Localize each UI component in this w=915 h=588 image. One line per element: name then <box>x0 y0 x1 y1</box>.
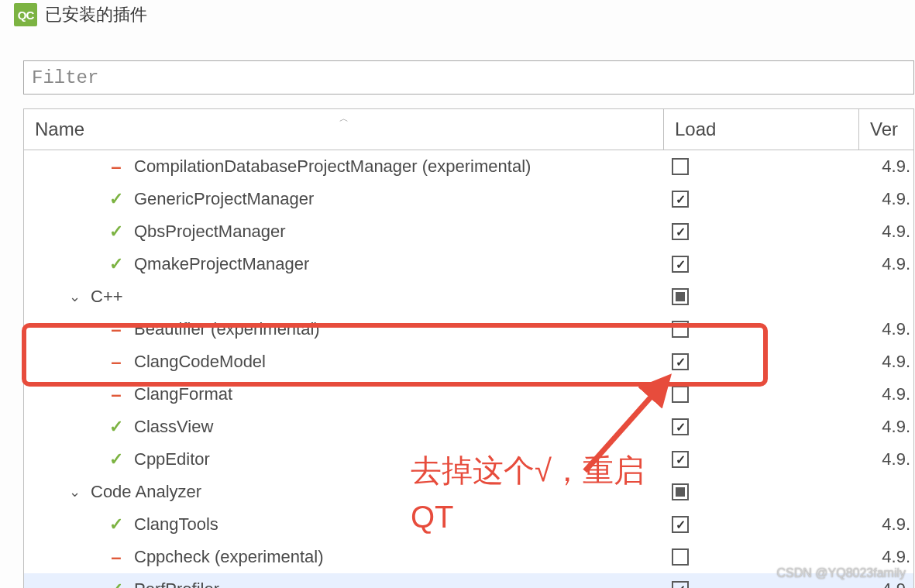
cell-version: 4.9. <box>859 514 913 535</box>
cell-name: ✓PerfProfiler <box>24 573 664 588</box>
check-icon: ✓ <box>106 579 126 588</box>
table-row[interactable]: –CompilationDatabaseProjectManager (expe… <box>24 150 913 183</box>
check-icon: ✓ <box>106 514 126 535</box>
column-name[interactable]: Name ︿ <box>24 109 664 150</box>
plugin-name-label: ClangTools <box>126 514 218 535</box>
watermark: CSDN @YQ8023family <box>776 566 906 580</box>
sort-arrow-icon: ︿ <box>339 112 349 126</box>
cell-load <box>664 280 859 313</box>
plugin-name-label: QmakeProjectManager <box>126 254 309 274</box>
plugin-name-label: Code Analyzer <box>83 482 201 502</box>
cell-version: 4.9. <box>859 352 913 372</box>
cell-name: ⌄C++ <box>24 280 664 313</box>
plugin-name-label: CompilationDatabaseProjectManager (exper… <box>126 156 531 177</box>
cell-name: –CompilationDatabaseProjectManager (expe… <box>24 150 664 183</box>
titlebar: QC 已安装的插件 <box>0 0 915 37</box>
column-version[interactable]: Ver <box>859 109 913 150</box>
table-row[interactable]: ✓GenericProjectManager4.9. <box>24 183 913 215</box>
check-icon: ✓ <box>106 254 126 274</box>
table-row[interactable]: –Beautifier (experimental)4.9. <box>24 313 913 346</box>
cell-load <box>664 346 859 378</box>
load-checkbox[interactable] <box>672 158 689 175</box>
cell-name: –ClangFormat <box>24 378 664 411</box>
cell-load <box>664 378 859 411</box>
load-checkbox[interactable] <box>672 548 689 566</box>
plugin-name-label: QbsProjectManager <box>126 222 286 242</box>
cell-version: 4.9. <box>859 449 913 469</box>
check-icon: ✓ <box>106 222 126 242</box>
plugin-name-label: GenericProjectManager <box>126 189 314 209</box>
cell-version: 4.9. <box>859 579 913 588</box>
load-checkbox[interactable] <box>672 321 689 338</box>
cell-load <box>664 215 859 248</box>
window-title: 已安装的插件 <box>45 3 147 26</box>
table-row[interactable]: ✓QmakeProjectManager4.9. <box>24 248 913 280</box>
cell-version: 4.9. <box>859 156 913 177</box>
cell-load <box>664 313 859 346</box>
load-checkbox[interactable] <box>672 256 689 273</box>
cell-load <box>664 476 859 508</box>
load-checkbox[interactable] <box>672 418 689 435</box>
table-header: Name ︿ Load Ver <box>24 109 913 150</box>
load-checkbox[interactable] <box>672 483 689 500</box>
expand-icon[interactable]: ⌄ <box>66 483 83 500</box>
plugin-name-label: ClassView <box>126 417 213 437</box>
table-row[interactable]: –ClangFormat4.9. <box>24 378 913 411</box>
load-checkbox[interactable] <box>672 191 689 208</box>
cell-name: ✓ClassView <box>24 411 664 443</box>
plugin-name-label: PerfProfiler <box>126 579 219 588</box>
check-icon: ✓ <box>106 449 126 469</box>
cell-name: –Beautifier (experimental) <box>24 313 664 346</box>
cell-name: –Cppcheck (experimental) <box>24 541 664 573</box>
column-load[interactable]: Load <box>664 109 859 150</box>
cell-name: ✓QmakeProjectManager <box>24 248 664 280</box>
load-checkbox[interactable] <box>672 288 689 305</box>
cell-load <box>664 443 859 476</box>
plugin-name-label: Beautifier (experimental) <box>126 319 320 339</box>
cell-load <box>664 508 859 541</box>
app-icon: QC <box>14 3 37 26</box>
plugin-name-label: Cppcheck (experimental) <box>126 547 324 567</box>
cell-version: 4.9. <box>859 547 913 567</box>
cell-version: 4.9. <box>859 222 913 242</box>
plugin-name-label: CppEditor <box>126 449 210 469</box>
cell-version: 4.9. <box>859 384 913 404</box>
column-name-label: Name <box>35 119 84 140</box>
check-icon: ✓ <box>106 417 126 437</box>
table-row[interactable]: ⌄C++ <box>24 280 913 313</box>
filter-input[interactable] <box>23 60 914 95</box>
load-checkbox[interactable] <box>672 353 689 370</box>
cell-version: 4.9. <box>859 254 913 274</box>
table-row[interactable]: –ClangCodeModel4.9. <box>24 346 913 378</box>
expand-icon[interactable]: ⌄ <box>66 288 83 305</box>
cell-name: ✓QbsProjectManager <box>24 215 664 248</box>
cell-version: 4.9. <box>859 189 913 209</box>
annotation-text: 去掉这个√，重启QT <box>411 447 659 540</box>
cell-name: –ClangCodeModel <box>24 346 664 378</box>
plugin-name-label: ClangFormat <box>126 384 232 404</box>
cell-load <box>664 150 859 183</box>
load-checkbox[interactable] <box>672 386 689 403</box>
plugin-name-label: C++ <box>83 287 123 307</box>
cell-version: 4.9. <box>859 319 913 339</box>
cell-load <box>664 411 859 443</box>
load-checkbox[interactable] <box>672 516 689 533</box>
plugin-name-label: ClangCodeModel <box>126 352 266 372</box>
cell-version: 4.9. <box>859 417 913 437</box>
cell-load <box>664 183 859 215</box>
cell-name: ✓GenericProjectManager <box>24 183 664 215</box>
load-checkbox[interactable] <box>672 581 689 588</box>
check-icon: ✓ <box>106 189 126 209</box>
table-row[interactable]: ✓QbsProjectManager4.9. <box>24 215 913 248</box>
load-checkbox[interactable] <box>672 223 689 240</box>
table-row[interactable]: ✓ClassView4.9. <box>24 411 913 443</box>
load-checkbox[interactable] <box>672 451 689 468</box>
cell-load <box>664 248 859 280</box>
